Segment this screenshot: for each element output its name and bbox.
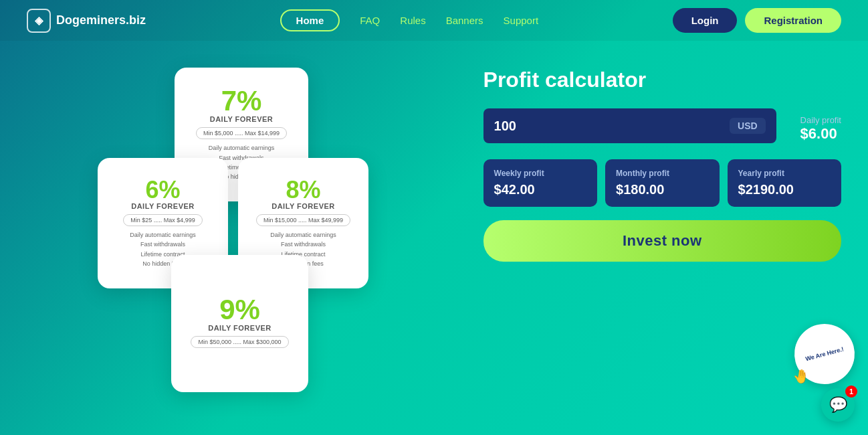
- daily-profit-label: Daily profit: [800, 115, 841, 125]
- nav-rules[interactable]: Rules: [400, 15, 425, 26]
- logo-icon: ◈: [27, 9, 51, 33]
- plans-section: 7% DAILY FOREVER Min $5,000 ..... Max $1…: [27, 54, 457, 402]
- hand-emoji: 🤚: [792, 367, 810, 385]
- invest-now-button[interactable]: Invest now: [483, 220, 841, 262]
- amount-input-row: USD: [483, 108, 776, 143]
- plan-8-label: DAILY FOREVER: [272, 202, 336, 210]
- profit-cards: Weekly profit $42.00 Monthly profit $180…: [483, 159, 841, 207]
- nav-banners[interactable]: Banners: [446, 15, 483, 26]
- login-button[interactable]: Login: [673, 8, 738, 33]
- weekly-profit-value: $42.00: [494, 182, 586, 197]
- weekly-profit-card: Weekly profit $42.00: [483, 159, 597, 207]
- daily-profit-value: $6.00: [800, 125, 841, 143]
- header-buttons: Login Registration: [673, 8, 841, 33]
- weekly-profit-label: Weekly profit: [494, 169, 586, 178]
- chat-button[interactable]: 💬 1: [821, 388, 855, 422]
- plan-8-percent: 8%: [286, 178, 321, 202]
- logo-text: Dogeminers.biz: [56, 13, 146, 27]
- plan-7-percent: 7%: [221, 87, 262, 115]
- main-content: 7% DAILY FOREVER Min $5,000 ..... Max $1…: [0, 41, 868, 402]
- monthly-profit-card: Monthly profit $180.00: [605, 159, 719, 207]
- yearly-profit-label: Yearly profit: [738, 169, 831, 178]
- plan-9-percent: 9%: [219, 296, 260, 324]
- monthly-profit-label: Monthly profit: [616, 169, 708, 178]
- plan-6-percent: 6%: [146, 178, 181, 202]
- chat-widget: 🤚 We Are Here.! 💬 1: [794, 324, 855, 422]
- site-header: ◈ Dogeminers.biz Home FAQ Rules Banners …: [0, 0, 868, 41]
- calculator-title: Profit calculator: [483, 68, 841, 92]
- daily-profit-display: Daily profit $6.00: [790, 115, 841, 143]
- plan-9-range: Min $50,000 ..... Max $300,000: [191, 336, 289, 348]
- yearly-profit-card: Yearly profit $2190.00: [728, 159, 841, 207]
- currency-badge: USD: [730, 118, 766, 134]
- register-button[interactable]: Registration: [745, 8, 841, 33]
- main-nav: Home FAQ Rules Banners Support: [280, 9, 538, 31]
- monthly-profit-value: $180.00: [616, 182, 708, 197]
- nav-home[interactable]: Home: [280, 9, 340, 31]
- plan-7-range: Min $5,000 ..... Max $14,999: [196, 127, 287, 139]
- plan-8-range: Min $15,000 ..... Max $49,999: [256, 214, 350, 226]
- plan-9-card: 9% DAILY FOREVER Min $50,000 ..... Max $…: [171, 255, 308, 392]
- plan-9-label: DAILY FOREVER: [209, 324, 272, 332]
- plan-6-range: Min $25 ..... Max $4,999: [123, 214, 203, 226]
- calculator-section: Profit calculator USD Daily profit $6.00…: [483, 54, 841, 262]
- we-are-here-text: We Are Here.!: [804, 346, 844, 363]
- yearly-profit-value: $2190.00: [738, 182, 831, 197]
- we-are-here-label: 🤚 We Are Here.!: [788, 317, 861, 391]
- plan-7-label: DAILY FOREVER: [210, 115, 274, 123]
- nav-faq[interactable]: FAQ: [360, 15, 380, 26]
- plan-6-label: DAILY FOREVER: [132, 202, 195, 210]
- site-logo: ◈ Dogeminers.biz: [27, 9, 146, 33]
- chat-badge: 1: [845, 385, 857, 398]
- amount-input[interactable]: [494, 118, 723, 134]
- nav-support[interactable]: Support: [504, 15, 539, 26]
